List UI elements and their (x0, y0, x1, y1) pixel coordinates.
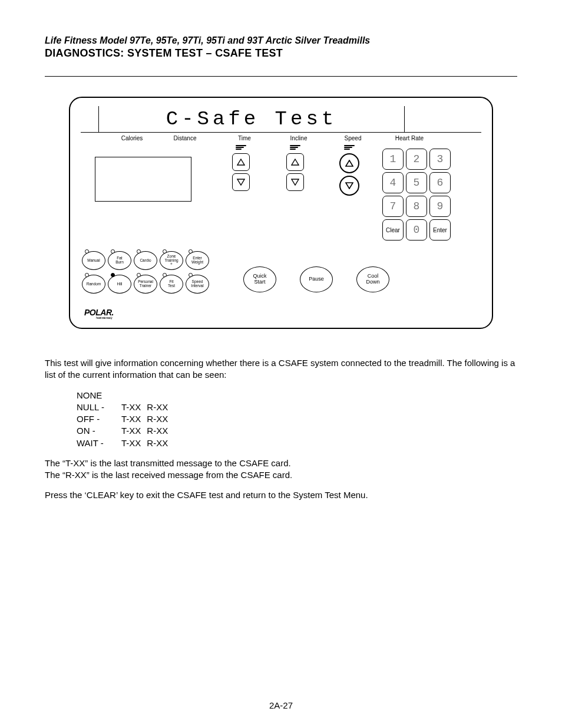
key-5[interactable]: 5 (406, 172, 427, 193)
key-8[interactable]: 8 (406, 196, 427, 217)
incline-down-button[interactable] (286, 173, 304, 191)
console-panel: C-Safe Test Calories Distance Time Incli… (69, 97, 493, 329)
bars-icon (290, 145, 300, 150)
txx-explanation: The “T-XX” is the last transmitted messa… (45, 457, 517, 469)
incline-up-button[interactable] (286, 153, 304, 171)
state-table: NONE NULL -T-XXR-XX OFF -T-XXR-XX ON -T-… (77, 390, 174, 449)
key-6[interactable]: 6 (429, 172, 451, 193)
table-row: OFF -T-XXR-XX (77, 413, 174, 425)
label-time: Time (217, 135, 272, 141)
body-text: This test will give information concerni… (45, 357, 517, 502)
clear-instruction: Press the ‘CLEAR’ key to exit the CSAFE … (45, 489, 517, 501)
prog-manual[interactable]: Manual (82, 251, 105, 270)
prog-speed-interval[interactable]: Speed Interval (186, 275, 209, 294)
svg-marker-2 (292, 159, 299, 165)
label-speed: Speed (326, 135, 380, 141)
divider (45, 76, 517, 77)
numeric-keypad: 1 2 3 4 5 6 7 8 9 Clear 0 Enter (382, 149, 451, 241)
svg-marker-0 (237, 159, 244, 165)
key-0[interactable]: 0 (406, 219, 427, 241)
table-row: NULL -T-XXR-XX (77, 401, 174, 413)
time-column (214, 145, 268, 191)
bars-icon (236, 145, 246, 150)
svg-marker-3 (292, 179, 299, 185)
label-incline: Incline (272, 135, 326, 141)
bars-icon (344, 145, 355, 150)
svg-marker-5 (346, 183, 353, 189)
key-1[interactable]: 1 (382, 149, 404, 170)
prog-hill[interactable]: Hill (108, 275, 131, 294)
key-clear[interactable]: Clear (382, 219, 404, 241)
triangle-down-icon (237, 179, 245, 186)
cool-down-button[interactable]: Cool Down (356, 266, 389, 292)
triangle-up-icon (237, 159, 245, 166)
key-2[interactable]: 2 (406, 149, 427, 170)
prog-personal-trainer[interactable]: Personal Trainer (134, 275, 157, 294)
time-down-button[interactable] (232, 173, 250, 191)
polar-logo: POLAR. heart rate ready (84, 308, 481, 319)
label-heart-rate: Heart Rate (382, 135, 437, 141)
lcd-panel (95, 157, 191, 202)
quick-start-button[interactable]: Quick Start (243, 266, 276, 292)
triangle-down-icon (291, 179, 299, 186)
time-up-button[interactable] (232, 153, 250, 171)
svg-marker-1 (237, 179, 244, 185)
console-title: C-Safe Test (166, 108, 337, 130)
key-3[interactable]: 3 (429, 149, 451, 170)
table-row: WAIT -T-XXR-XX (77, 437, 174, 449)
page-number: 2A-27 (0, 700, 562, 710)
key-9[interactable]: 9 (429, 196, 451, 217)
header-section-title: DIAGNOSTICS: SYSTEM TEST – CSAFE TEST (45, 47, 517, 60)
speed-column (322, 145, 376, 196)
key-enter[interactable]: Enter (429, 219, 451, 241)
svg-marker-4 (346, 160, 353, 166)
prog-fat-burn[interactable]: Fat Burn (108, 251, 131, 270)
key-7[interactable]: 7 (382, 196, 404, 217)
program-buttons: Manual Fat Burn Cardio Zone Training + E… (82, 251, 210, 297)
prog-zone-training[interactable]: Zone Training + (160, 251, 183, 270)
speed-down-button[interactable] (339, 176, 359, 196)
triangle-down-icon (345, 182, 353, 189)
intro-paragraph: This test will give information concerni… (45, 357, 517, 381)
prog-cardio[interactable]: Cardio (134, 251, 157, 270)
prog-enter-weight[interactable]: Enter Weight (186, 251, 209, 270)
incline-column (268, 145, 322, 191)
header-model-line: Life Fitness Model 97Te, 95Te, 97Ti, 95T… (45, 35, 517, 46)
label-calories: Calories (105, 135, 158, 141)
triangle-up-icon (345, 160, 353, 167)
prog-fit-test[interactable]: Fit Test (160, 275, 183, 294)
speed-up-button[interactable] (339, 153, 359, 173)
key-4[interactable]: 4 (382, 172, 404, 193)
pause-button[interactable]: Pause (300, 266, 333, 292)
triangle-up-icon (291, 159, 299, 166)
table-row: ON -T-XXR-XX (77, 425, 174, 437)
prog-random[interactable]: Random (82, 275, 105, 294)
label-distance: Distance (158, 135, 211, 141)
rxx-explanation: The “R-XX” is the last received message … (45, 469, 517, 481)
table-row: NONE (77, 390, 174, 401)
column-labels-row: Calories Distance Time Incline Speed Hea… (81, 135, 481, 141)
